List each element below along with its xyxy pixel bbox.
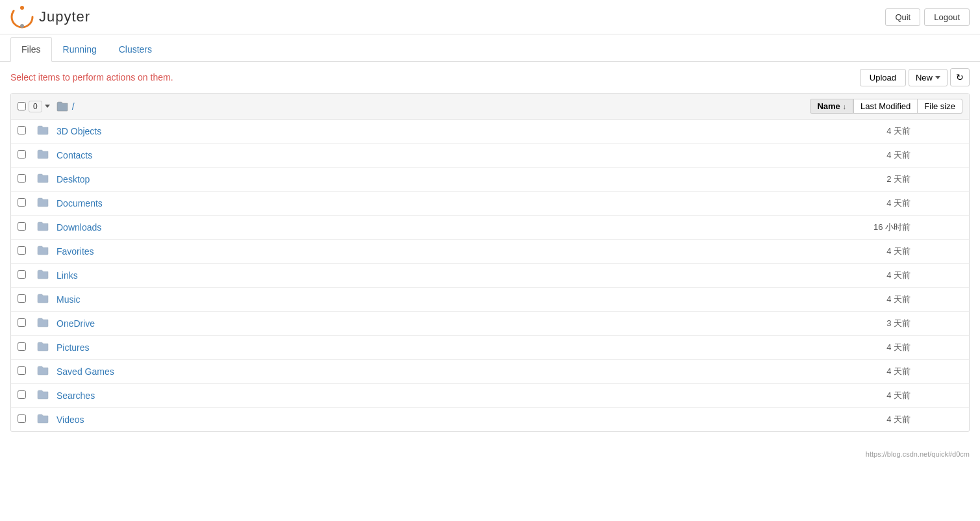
- folder-icon: [37, 293, 57, 306]
- file-name-link[interactable]: Music: [57, 294, 794, 305]
- file-modified: 4 天前: [794, 197, 911, 209]
- row-checkbox-6[interactable]: [18, 270, 37, 281]
- toolbar-right: Upload New ↻: [860, 68, 970, 86]
- table-row: Pictures 4 天前: [11, 336, 969, 360]
- current-path[interactable]: /: [72, 101, 75, 112]
- file-modified: 4 天前: [794, 270, 911, 281]
- select-text: Select items to perform actions on them.: [10, 72, 173, 83]
- row-checkbox-11[interactable]: [18, 390, 37, 401]
- file-name-link[interactable]: Links: [57, 270, 794, 281]
- footer-url: https://blog.csdn.net/quick#d0cm: [866, 450, 970, 458]
- col-file-size-button[interactable]: File size: [918, 99, 962, 114]
- file-modified: 3 天前: [794, 318, 911, 329]
- tabs: Files Running Clusters: [0, 37, 980, 62]
- refresh-button[interactable]: ↻: [950, 68, 970, 86]
- table-row: 3D Objects 4 天前: [11, 120, 969, 144]
- row-checkbox-12[interactable]: [18, 414, 37, 425]
- table-row: Documents 4 天前: [11, 192, 969, 216]
- logo: Jupyter: [10, 5, 90, 29]
- table-row: Favorites 4 天前: [11, 240, 969, 264]
- svg-point-2: [20, 24, 24, 28]
- select-all-checkbox[interactable]: [18, 102, 26, 110]
- row-checkbox-9[interactable]: [18, 342, 37, 353]
- file-modified: 4 天前: [794, 414, 911, 426]
- list-header-check: 0 /: [18, 101, 82, 112]
- file-name-link[interactable]: Videos: [57, 414, 794, 425]
- file-name-link[interactable]: 3D Objects: [57, 126, 794, 136]
- folder-icon: [37, 245, 57, 258]
- jupyter-logo-icon: [10, 5, 34, 29]
- table-row: Links 4 天前: [11, 264, 969, 288]
- file-name-link[interactable]: Pictures: [57, 342, 794, 353]
- tab-running[interactable]: Running: [52, 37, 108, 62]
- selected-count: 0: [29, 101, 42, 112]
- file-name-link[interactable]: Desktop: [57, 174, 794, 184]
- table-row: Saved Games 4 天前: [11, 360, 969, 384]
- column-headers: Name ↓ Last Modified File size: [810, 99, 962, 114]
- quit-button[interactable]: Quit: [885, 8, 920, 26]
- file-name-link[interactable]: Downloads: [57, 222, 794, 233]
- folder-header-icon: [57, 101, 68, 112]
- file-modified: 16 小时前: [794, 222, 911, 233]
- row-checkbox-7[interactable]: [18, 294, 37, 305]
- table-row: Searches 4 天前: [11, 384, 969, 408]
- col-name-button[interactable]: Name ↓: [810, 99, 853, 114]
- table-row: OneDrive 3 天前: [11, 312, 969, 336]
- new-button[interactable]: New: [909, 69, 948, 86]
- file-name-link[interactable]: Favorites: [57, 246, 794, 257]
- folder-icon: [37, 125, 57, 138]
- file-modified: 4 天前: [794, 246, 911, 257]
- file-modified: 4 天前: [794, 294, 911, 305]
- row-checkbox-5[interactable]: [18, 246, 37, 257]
- svg-point-1: [20, 6, 24, 10]
- table-row: Downloads 16 小时前: [11, 216, 969, 240]
- row-checkbox-2[interactable]: [18, 174, 37, 184]
- file-name-link[interactable]: Documents: [57, 198, 794, 209]
- folder-icon: [37, 149, 57, 162]
- file-modified: 2 天前: [794, 173, 911, 185]
- table-row: Videos 4 天前: [11, 408, 969, 431]
- footer: https://blog.csdn.net/quick#d0cm: [0, 445, 980, 463]
- header: Jupyter Quit Logout: [0, 0, 980, 34]
- file-modified: 4 天前: [794, 149, 911, 161]
- tab-clusters[interactable]: Clusters: [108, 37, 163, 62]
- file-list-container: 0 / Name ↓ Last Modified File size: [10, 93, 970, 432]
- folder-icon: [37, 221, 57, 234]
- list-header: 0 / Name ↓ Last Modified File size: [11, 94, 969, 120]
- file-name-link[interactable]: Contacts: [57, 150, 794, 160]
- table-row: Desktop 2 天前: [11, 168, 969, 192]
- folder-icon: [37, 365, 57, 378]
- file-modified: 4 天前: [794, 342, 911, 353]
- folder-icon: [37, 341, 57, 354]
- app-title: Jupyter: [39, 8, 90, 25]
- row-checkbox-4[interactable]: [18, 222, 37, 233]
- folder-icon: [37, 269, 57, 282]
- folder-icon: [37, 173, 57, 186]
- file-name-link[interactable]: Searches: [57, 390, 794, 401]
- row-checkbox-8[interactable]: [18, 318, 37, 329]
- upload-button[interactable]: Upload: [860, 69, 906, 86]
- toolbar: Select items to perform actions on them.…: [0, 62, 980, 93]
- header-buttons: Quit Logout: [885, 8, 970, 26]
- file-modified: 4 天前: [794, 125, 911, 137]
- file-modified: 4 天前: [794, 366, 911, 377]
- folder-icon: [37, 317, 57, 330]
- folder-icon: [37, 413, 57, 426]
- logout-button[interactable]: Logout: [924, 8, 970, 26]
- row-checkbox-10[interactable]: [18, 366, 37, 377]
- folder-icon: [37, 389, 57, 402]
- check-dropdown-icon[interactable]: [45, 105, 50, 108]
- row-checkbox-0[interactable]: [18, 126, 37, 136]
- file-modified: 4 天前: [794, 390, 911, 401]
- row-checkbox-3[interactable]: [18, 198, 37, 209]
- file-name-link[interactable]: Saved Games: [57, 366, 794, 377]
- tab-files[interactable]: Files: [10, 37, 52, 62]
- new-dropdown-icon: [935, 76, 940, 79]
- col-last-modified-button[interactable]: Last Modified: [853, 99, 918, 114]
- table-row: Music 4 天前: [11, 288, 969, 312]
- file-name-link[interactable]: OneDrive: [57, 318, 794, 329]
- row-checkbox-1[interactable]: [18, 150, 37, 160]
- folder-icon: [37, 197, 57, 210]
- table-row: Contacts 4 天前: [11, 144, 969, 168]
- file-rows: 3D Objects 4 天前 Contacts 4 天前: [11, 120, 969, 431]
